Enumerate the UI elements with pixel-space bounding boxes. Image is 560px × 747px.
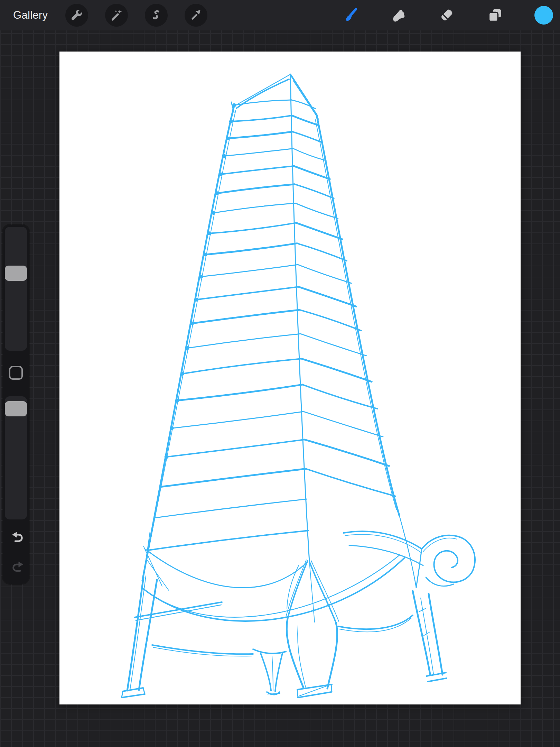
brush-tool-button[interactable] [340,6,360,25]
redo-button[interactable] [7,556,28,577]
brush-opacity-handle[interactable] [5,401,27,416]
adjustments-button[interactable] [105,4,128,27]
smudge-icon [390,7,407,24]
transform-button[interactable] [185,4,207,27]
wrench-icon [70,9,83,22]
layers-tool-button[interactable] [485,6,505,25]
eraser-icon [438,7,455,24]
brush-opacity-slider[interactable] [5,396,27,519]
tower-sketch [59,52,521,704]
selection-button[interactable] [145,4,168,27]
undo-button[interactable] [7,526,28,547]
gallery-button[interactable]: Gallery [13,0,48,30]
modify-button[interactable] [9,366,23,380]
transform-arrow-icon [189,9,203,22]
drawing-canvas[interactable] [59,52,521,704]
redo-icon [10,559,25,573]
brush-icon [341,7,358,24]
actions-button[interactable] [65,4,88,27]
brush-sidebar [3,225,29,584]
selection-icon [150,9,163,22]
eraser-tool-button[interactable] [437,6,456,25]
smudge-tool-button[interactable] [389,6,408,25]
undo-icon [10,529,25,544]
layers-icon [486,7,504,24]
color-swatch-button[interactable] [534,6,553,25]
top-toolbar: Gallery [0,0,560,30]
brush-size-slider[interactable] [5,227,27,351]
magic-wand-icon [110,9,123,22]
gallery-label: Gallery [13,9,48,21]
brush-size-handle[interactable] [5,266,27,281]
